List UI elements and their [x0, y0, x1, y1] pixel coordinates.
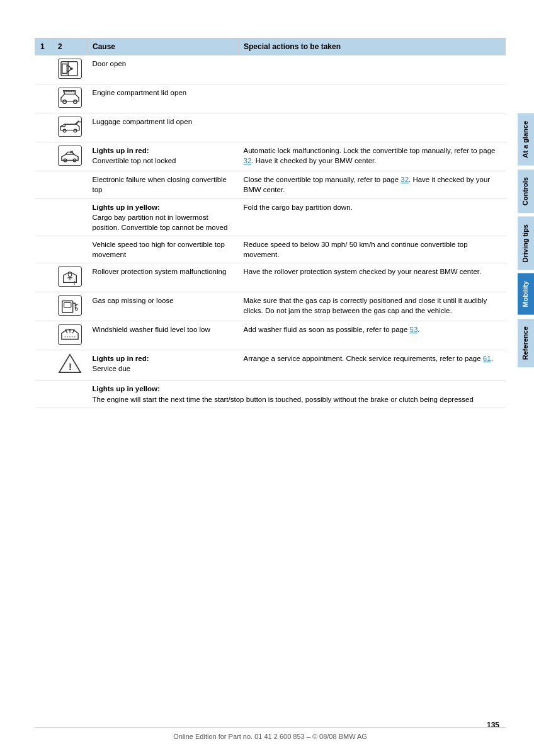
convertible-top-icon: [58, 146, 82, 166]
ref-link-53[interactable]: 53: [410, 326, 418, 333]
table-header-row: 1 2 Cause Special actions to be taken: [35, 38, 506, 55]
cause-cell: Luggage compartment lid open: [88, 113, 239, 142]
col2-icon-cell: [53, 142, 88, 171]
footer-text: Online Edition for Part no. 01 41 2 600 …: [173, 733, 367, 740]
table-row: Door open: [35, 55, 506, 84]
ref-link-32b[interactable]: 32: [401, 176, 409, 183]
engine-lid-icon: [58, 88, 82, 108]
svg-text:!: !: [69, 362, 72, 372]
gas-cap-svg: [59, 296, 81, 315]
lights-yellow-engine-label: Lights up in yellow:: [93, 385, 160, 392]
col1-cell: [35, 142, 53, 171]
special-cell: Automatic lock malfunctioning. Lock the …: [239, 142, 506, 171]
svg-point-11: [68, 273, 72, 277]
table-row: Electronic failure when closing converti…: [35, 171, 506, 198]
col1-cell: [35, 292, 53, 321]
table-row: ! Lights up in red: Service due Arrange …: [35, 350, 506, 381]
svg-point-17: [69, 329, 71, 331]
ref-link-32[interactable]: 32: [244, 157, 252, 164]
sidebar-tab-mobility[interactable]: Mobility: [518, 273, 534, 315]
cause-cell: Engine compartment lid open: [88, 84, 239, 113]
main-table: 1 2 Cause Special actions to be taken: [35, 38, 506, 408]
col1-cell: [35, 84, 53, 113]
cause-cell: Lights up in red: Convertible top not lo…: [88, 142, 239, 171]
col2-header: 2: [53, 38, 88, 55]
table-row: Lights up in red: Convertible top not lo…: [35, 142, 506, 171]
col1-cell: [35, 55, 53, 84]
col2-icon-cell: [53, 236, 88, 263]
svg-point-3: [63, 100, 67, 104]
col1-cell: [35, 381, 53, 408]
luggage-lid-icon: [58, 117, 82, 137]
lights-red-label: Lights up in red:: [93, 147, 149, 154]
sidebar-tab-controls[interactable]: Controls: [518, 169, 534, 213]
sidebar-tab-at-a-glance[interactable]: At a glance: [518, 113, 534, 166]
main-content: 1 2 Cause Special actions to be taken: [35, 38, 506, 706]
svg-point-4: [74, 100, 77, 104]
table-row: Vehicle speed too high for convertible t…: [35, 236, 506, 263]
table-row: Luggage compartment lid open: [35, 113, 506, 142]
col2-icon-cell: [53, 84, 88, 113]
svg-point-18: [73, 329, 75, 331]
col2-icon-cell: [53, 321, 88, 350]
col1-cell: [35, 321, 53, 350]
table-row: ! Rollover protection system malfunction…: [35, 263, 506, 292]
special-cell: Make sure that the gas cap is correctly …: [239, 292, 506, 321]
special-cell: Add washer fluid as soon as possible, re…: [239, 321, 506, 350]
table-row: Lights up in yellow: Cargo bay partition…: [35, 198, 506, 236]
rollover-svg: !: [59, 267, 81, 286]
col2-icon-cell: !: [53, 263, 88, 292]
col1-cell: [35, 113, 53, 142]
special-cell: Reduce speed to below 30 mph/ 50 km/h an…: [239, 236, 506, 263]
ref-link-61[interactable]: 61: [483, 355, 491, 362]
cause-cell: Door open: [88, 55, 239, 84]
cause-cell: Lights up in red: Service due: [88, 350, 239, 381]
special-cell: [239, 55, 506, 84]
col1-cell: [35, 198, 53, 236]
col2-icon-cell: [53, 292, 88, 321]
col2-icon-cell: [53, 198, 88, 236]
special-cell: Fold the cargo bay partition down.: [239, 198, 506, 236]
cause-cell: Windshield washer fluid level too low: [88, 321, 239, 350]
convertible-top-svg: [59, 146, 81, 165]
special-cell: Have the rollover protection system chec…: [239, 263, 506, 292]
sidebar: At a glance Controls Driving tips Mobili…: [514, 0, 534, 756]
door-icon: [58, 59, 82, 79]
engine-lid-svg: [59, 88, 81, 107]
special-cell: [239, 84, 506, 113]
gas-cap-icon: [58, 295, 82, 316]
svg-text:!: !: [74, 280, 76, 286]
col2-icon-cell: [53, 381, 88, 408]
special-cell: Close the convertible top manually, refe…: [239, 171, 506, 198]
col2-icon-cell: [53, 55, 88, 84]
footer: Online Edition for Part no. 01 41 2 600 …: [35, 727, 506, 740]
cause-cell: Vehicle speed too high for convertible t…: [88, 236, 239, 263]
door-open-svg: [59, 59, 81, 78]
col1-cell: [35, 263, 53, 292]
col2-icon-cell: !: [53, 350, 88, 381]
col4-header: Special actions to be taken: [239, 38, 506, 55]
washer-fluid-svg: [59, 325, 81, 344]
page-container: At a glance Controls Driving tips Mobili…: [0, 0, 534, 756]
cause-cell: Gas cap missing or loose: [88, 292, 239, 321]
col1-cell: [35, 350, 53, 381]
table-row: Engine compartment lid open: [35, 84, 506, 113]
lights-red-service-label: Lights up in red:: [93, 355, 149, 362]
col3-header: Cause: [88, 38, 239, 55]
cause-cell: Lights up in yellow: Cargo bay partition…: [88, 198, 239, 236]
cause-cell: Rollover protection system malfunctionin…: [88, 263, 239, 292]
svg-point-6: [74, 129, 77, 132]
special-cell: [239, 113, 506, 142]
table-row: Gas cap missing or loose Make sure that …: [35, 292, 506, 321]
lights-yellow-label: Lights up in yellow:: [93, 203, 160, 211]
col1-header: 1: [35, 38, 53, 55]
svg-point-5: [63, 129, 66, 132]
sidebar-tab-reference[interactable]: Reference: [518, 319, 534, 367]
sidebar-tab-driving-tips[interactable]: Driving tips: [518, 217, 534, 270]
col2-icon-cell: [53, 171, 88, 198]
table-row: Lights up in yellow: The engine will sta…: [35, 381, 506, 408]
svg-rect-14: [64, 302, 71, 307]
rollover-icon: !: [58, 266, 82, 287]
svg-point-16: [65, 329, 67, 331]
cause-cell: Electronic failure when closing converti…: [88, 171, 239, 198]
